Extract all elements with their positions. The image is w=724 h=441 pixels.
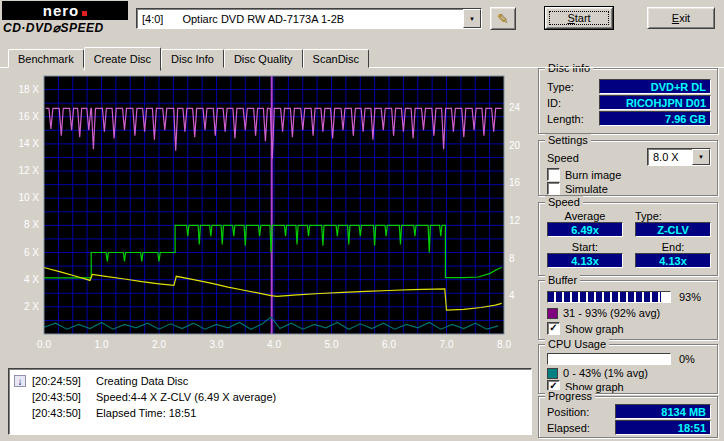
cpu-range-text: 0 - 43% (1% avg) bbox=[563, 367, 648, 379]
status-log[interactable]: ↓ [20:24:59] Creating Data Disc [20:43:5… bbox=[8, 368, 532, 435]
buffer-range-row: 31 - 93% (92% avg) bbox=[547, 307, 660, 319]
cpu-groupbox: CPU Usage 0% 0 - 43% (1% avg) ✓ Show gra… bbox=[538, 344, 718, 394]
buffer-show-graph-label: Show graph bbox=[565, 323, 624, 335]
speed-groupbox: Speed Average Type: 6.49x Z-CLV Start: E… bbox=[538, 202, 718, 276]
svg-text:2 X: 2 X bbox=[24, 301, 39, 312]
svg-text:8: 8 bbox=[509, 253, 515, 264]
nero-wordmark: nero bbox=[43, 2, 80, 19]
log-time: [20:24:59] bbox=[32, 375, 90, 387]
svg-text:8.0: 8.0 bbox=[497, 339, 511, 350]
app-title: CD·DVD⌀SPEED bbox=[3, 21, 104, 35]
svg-text:8 X: 8 X bbox=[24, 219, 39, 230]
svg-text:4: 4 bbox=[509, 290, 515, 301]
average-speed-value: 6.49x bbox=[547, 222, 623, 237]
progress-title: Progress bbox=[545, 390, 595, 402]
svg-text:6.0: 6.0 bbox=[382, 339, 396, 350]
tab-disc-info[interactable]: Disc Info bbox=[161, 49, 224, 68]
position-label: Position: bbox=[547, 406, 589, 418]
log-text: Speed:4-4 X Z-CLV (6.49 X average) bbox=[96, 391, 276, 403]
svg-text:16: 16 bbox=[509, 177, 521, 188]
average-speed-label: Average bbox=[547, 210, 623, 222]
nero-logo: nero bbox=[2, 1, 128, 20]
cpu-percent: 0% bbox=[679, 353, 695, 365]
end-speed-value: 4.13x bbox=[635, 253, 711, 268]
svg-text:6 X: 6 X bbox=[24, 247, 39, 258]
simulate-checkbox[interactable] bbox=[547, 182, 560, 195]
elapsed-label: Elapsed: bbox=[547, 422, 590, 434]
burn-image-checkbox[interactable] bbox=[547, 168, 560, 181]
cpu-graph-color-swatch bbox=[547, 368, 558, 379]
log-entry: ↓ [20:24:59] Creating Data Disc bbox=[14, 373, 526, 389]
start-speed-label: Start: bbox=[547, 241, 623, 253]
buffer-title: Buffer bbox=[545, 274, 580, 286]
buffer-groupbox: Buffer 93% 31 - 93% (92% avg) ✓ Show gra… bbox=[538, 280, 718, 340]
disc-type-label: Type: bbox=[547, 81, 574, 93]
log-time: [20:43:50] bbox=[32, 391, 90, 403]
settings-groupbox: Settings Speed 8.0 X ▼ Burn image Simula… bbox=[538, 140, 718, 196]
progress-groupbox: Progress Position: 8134 MB Elapsed: 18:5… bbox=[538, 396, 718, 438]
cpu-range-row: 0 - 43% (1% avg) bbox=[547, 367, 648, 379]
svg-text:4.0: 4.0 bbox=[267, 339, 281, 350]
drive-bus-id: [4:0] bbox=[137, 13, 163, 25]
drive-combo-dropdown-button[interactable]: ▼ bbox=[463, 9, 481, 28]
speed-type-value: Z-CLV bbox=[635, 222, 711, 237]
start-button-label: S bbox=[567, 12, 574, 24]
disc-type-value: DVD+R DL bbox=[599, 79, 711, 94]
disc-info-title: Disc info bbox=[545, 62, 593, 74]
pencil-icon: ✎ bbox=[497, 11, 509, 27]
speed-setting-label: Speed bbox=[547, 152, 579, 164]
check-icon: ✓ bbox=[549, 322, 557, 333]
disc-id-value: RICOHJPN D01 bbox=[599, 95, 711, 110]
disc-length-label: Length: bbox=[547, 113, 584, 125]
svg-text:3.0: 3.0 bbox=[210, 339, 224, 350]
write-speed-chart: 2 X4 X6 X8 X10 X12 X14 X16 X18 X48121620… bbox=[8, 72, 532, 362]
log-text: Elapsed Time: 18:51 bbox=[96, 407, 196, 419]
svg-text:18 X: 18 X bbox=[18, 84, 39, 95]
tab-strip: Benchmark Create Disc Disc Info Disc Qua… bbox=[8, 46, 369, 68]
position-value: 8134 MB bbox=[615, 404, 711, 419]
chevron-down-icon: ▼ bbox=[698, 154, 704, 160]
burn-image-option[interactable]: Burn image bbox=[547, 168, 621, 181]
svg-text:12 X: 12 X bbox=[18, 165, 39, 176]
speed-title: Speed bbox=[545, 196, 583, 208]
svg-text:14 X: 14 X bbox=[18, 138, 39, 149]
buffer-show-graph-checkbox[interactable]: ✓ bbox=[547, 322, 560, 335]
simulate-label: Simulate bbox=[565, 183, 608, 195]
svg-text:16 X: 16 X bbox=[18, 111, 39, 122]
disc-length-value: 7.96 GB bbox=[599, 111, 711, 126]
drive-name: Optiarc DVD RW AD-7173A 1-2B bbox=[177, 13, 344, 25]
svg-text:5.0: 5.0 bbox=[325, 339, 339, 350]
buffer-progressbar bbox=[547, 291, 671, 303]
buffer-graph-color-swatch bbox=[547, 308, 558, 319]
buffer-show-graph-option[interactable]: ✓ Show graph bbox=[547, 322, 624, 335]
svg-text:1.0: 1.0 bbox=[95, 339, 109, 350]
nero-cd-dvd-speed-window: nero CD·DVD⌀SPEED [4:0] Optiarc DVD RW A… bbox=[0, 0, 724, 441]
buffer-percent: 93% bbox=[679, 291, 701, 303]
buffer-progress-fill bbox=[548, 292, 661, 302]
tab-benchmark[interactable]: Benchmark bbox=[8, 49, 84, 68]
log-time: [20:43:50] bbox=[32, 407, 90, 419]
write-options-button[interactable]: ✎ bbox=[490, 7, 516, 30]
disc-info-groupbox: Disc info Type: DVD+R DL ID: RICOHJPN D0… bbox=[538, 68, 718, 134]
simulate-option[interactable]: Simulate bbox=[547, 182, 608, 195]
svg-text:4 X: 4 X bbox=[24, 274, 39, 285]
start-speed-value: 4.13x bbox=[547, 253, 623, 268]
disc-id-label: ID: bbox=[547, 97, 561, 109]
speed-select-combo[interactable]: 8.0 X ▼ bbox=[647, 148, 711, 166]
burn-image-label: Burn image bbox=[565, 169, 621, 181]
svg-text:10 X: 10 X bbox=[18, 192, 39, 203]
drive-select-combo[interactable]: [4:0] Optiarc DVD RW AD-7173A 1-2B ▼ bbox=[136, 8, 482, 29]
svg-text:20: 20 bbox=[509, 140, 521, 151]
tab-scandisc[interactable]: ScanDisc bbox=[303, 49, 369, 68]
exit-button[interactable]: Exit bbox=[647, 7, 715, 29]
log-entry: [20:43:50] Elapsed Time: 18:51 bbox=[14, 405, 526, 421]
end-speed-label: End: bbox=[635, 241, 711, 253]
start-button[interactable]: Start bbox=[545, 7, 613, 29]
tab-disc-quality[interactable]: Disc Quality bbox=[224, 49, 303, 68]
log-entry: [20:43:50] Speed:4-4 X Z-CLV (6.49 X ave… bbox=[14, 389, 526, 405]
settings-title: Settings bbox=[545, 134, 591, 146]
svg-text:0.0: 0.0 bbox=[37, 339, 51, 350]
speed-combo-dropdown-button[interactable]: ▼ bbox=[692, 149, 710, 165]
tab-create-disc[interactable]: Create Disc bbox=[84, 47, 161, 71]
cpu-title: CPU Usage bbox=[545, 338, 609, 350]
